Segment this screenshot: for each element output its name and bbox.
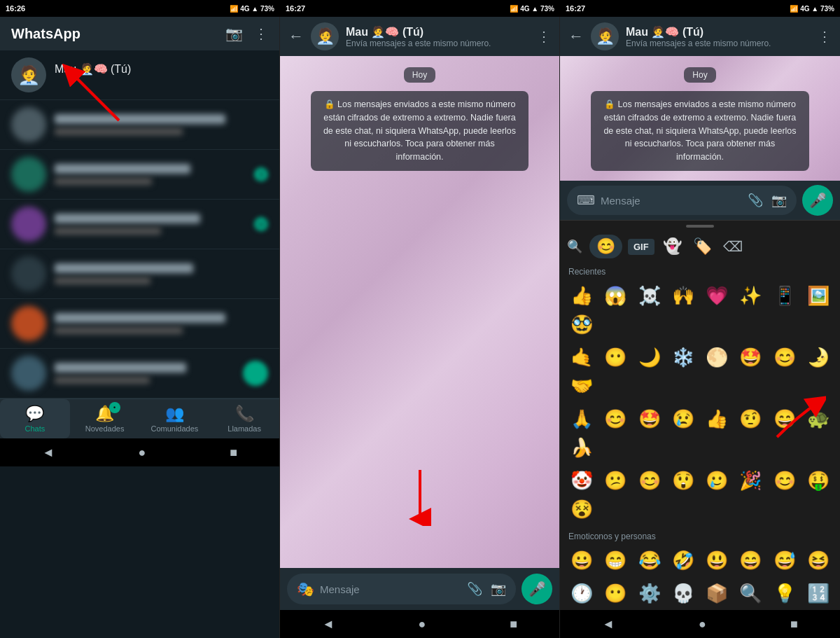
emoji-cell[interactable]: 🤡 (566, 467, 598, 494)
list-item[interactable]: 12 (0, 200, 279, 249)
video-icon[interactable]: ⋮ (537, 28, 551, 45)
home-btn-sys-m[interactable]: ● (419, 617, 426, 632)
emoji-grid-emoticonos-2: 🕐 😶 ⚙️ 💀 📦 🔍 💡 🔢 (560, 577, 840, 610)
camera-icon[interactable]: 📷 (225, 25, 243, 42)
middle-input-box[interactable]: 🎭 Mensaje 📎 📷 (287, 574, 516, 604)
keyboard-icon[interactable]: ⌨ (577, 193, 595, 208)
attach-icon-right[interactable]: 📎 (748, 193, 763, 208)
home-sys-btn[interactable]: ● (139, 445, 146, 460)
emoji-cell[interactable]: 🔢 (802, 580, 834, 607)
emoji-cell[interactable]: 😊 (634, 467, 666, 494)
emoji-cell[interactable]: 😃 (701, 547, 733, 574)
emoji-cell[interactable]: 👍 (701, 405, 733, 433)
back-btn-middle[interactable]: ← (288, 27, 304, 46)
emoji-cell[interactable]: 🌕 (701, 344, 733, 371)
sticker-tab[interactable]: 👻 (660, 235, 685, 258)
recientes-label: Recientes (560, 261, 840, 279)
emoji-cell[interactable]: 😁 (599, 547, 631, 574)
list-item[interactable] (0, 100, 279, 150)
back-btn-right[interactable]: ← (568, 27, 584, 46)
emoji-cell[interactable]: ☠️ (634, 282, 666, 310)
home-btn-sys-r[interactable]: ● (699, 617, 706, 632)
emoji-cell[interactable]: ✨ (734, 282, 766, 310)
mic-btn-middle[interactable]: 🎤 (522, 574, 552, 604)
emoji-cell[interactable]: 😶 (599, 580, 631, 607)
emoji-cell[interactable]: 😱 (599, 282, 631, 310)
menu-icon-right[interactable]: ⋮ (818, 28, 832, 45)
emoji-cell[interactable]: 🥲 (701, 467, 733, 494)
header-avatar-middle: 🧑‍💼 (311, 22, 339, 50)
emoji-cell[interactable]: 🙏 (566, 405, 598, 433)
emoji-cell[interactable]: 😄 (734, 547, 766, 574)
avatar (11, 306, 46, 341)
right-input-box[interactable]: ⌨ Mensaje 📎 📷 (567, 186, 797, 215)
nav-communities[interactable]: 👥 Comunidades (140, 399, 210, 438)
list-item[interactable] (0, 349, 279, 398)
icons-left: 📶 4G ▲ 73% (230, 5, 274, 13)
emoji-cell[interactable]: 🤨 (734, 405, 766, 433)
emoji-cell[interactable]: 💡 (769, 580, 801, 607)
delete-tab[interactable]: ⌫ (720, 235, 746, 258)
emoji-cell[interactable]: 💗 (701, 282, 733, 310)
emoji-cell[interactable]: 😆 (802, 547, 834, 574)
emoji-cell[interactable]: 🤑 (802, 467, 834, 494)
nav-chats[interactable]: 💬 Chats (0, 399, 70, 438)
emoji-cell[interactable]: 🎉 (734, 467, 766, 494)
camera-icon-right[interactable]: 📷 (771, 193, 787, 208)
back-btn-sys-m[interactable]: ◄ (322, 617, 335, 632)
emoji-cell[interactable]: ⚙️ (634, 580, 666, 607)
emoji-cell[interactable]: 😊 (769, 467, 801, 494)
gif-tab[interactable]: GIF (628, 239, 654, 255)
emoji-cell[interactable]: 🤣 (667, 547, 699, 574)
emoji-cell[interactable]: 😶 (599, 344, 631, 371)
emoji-cell[interactable]: 🌙 (634, 344, 666, 371)
emoji-cell[interactable]: 🔍 (734, 580, 766, 607)
badge: 12 (254, 217, 268, 231)
back-sys-btn[interactable]: ◄ (42, 445, 55, 460)
emoji-cell[interactable]: 💀 (667, 580, 699, 607)
emoji-face-tab[interactable]: 😊 (589, 235, 622, 258)
emoji-cell[interactable]: 🐢 (802, 405, 834, 433)
camera-icon-msg[interactable]: 📷 (491, 581, 506, 597)
emoji-cell[interactable]: 📱 (769, 282, 801, 310)
recents-btn-sys-m[interactable]: ■ (510, 617, 517, 632)
emoji-cell[interactable]: 🙌 (667, 282, 699, 310)
emoji-cell[interactable]: 😊 (769, 344, 801, 371)
back-btn-sys-r[interactable]: ◄ (602, 617, 615, 632)
emoji-cell[interactable]: 📦 (701, 580, 733, 607)
emoji-cell[interactable]: 😅 (769, 547, 801, 574)
mic-btn-right[interactable]: 🎤 (802, 185, 833, 216)
chats-icon: 💬 (25, 405, 44, 423)
recents-sys-btn[interactable]: ■ (230, 445, 237, 460)
emoji-cell[interactable]: ❄️ (667, 344, 699, 371)
list-item[interactable] (0, 249, 279, 299)
recents-btn-sys-r[interactable]: ■ (790, 617, 798, 632)
attach-icon[interactable]: 📎 (467, 581, 482, 597)
emoji-cell[interactable]: 😄 (769, 405, 801, 433)
emoji-cell[interactable]: 😀 (566, 547, 598, 574)
memo-tab[interactable]: 🏷️ (690, 235, 715, 258)
emoji-cell[interactable]: 😢 (667, 405, 699, 433)
emoji-picker-icon[interactable]: 🎭 (297, 581, 314, 597)
emoji-cell[interactable]: 🌛 (802, 344, 834, 371)
emoji-cell[interactable]: 🕐 (566, 580, 598, 607)
emoji-cell[interactable]: 🍌 (566, 434, 598, 462)
emoji-cell[interactable]: 😲 (667, 467, 699, 494)
list-item[interactable] (0, 299, 279, 349)
emoji-cell[interactable]: 🤩 (634, 405, 666, 433)
emoji-cell[interactable]: 🤩 (734, 344, 766, 371)
menu-icon[interactable]: ⋮ (254, 25, 268, 42)
nav-calls[interactable]: 📞 Llamadas (209, 399, 279, 438)
emoji-cell[interactable]: 😕 (599, 467, 631, 494)
emoji-cell[interactable]: 👍 (566, 282, 598, 310)
emoji-cell[interactable]: 🤙 (566, 344, 598, 371)
nav-news[interactable]: 🔔 Novedades • (70, 399, 140, 438)
emoji-cell[interactable]: 🤝 (566, 373, 598, 400)
emoji-cell[interactable]: 😂 (634, 547, 666, 574)
emoji-cell[interactable]: 😵 (566, 496, 598, 523)
chat-item-mau[interactable]: 🧑‍💼 Mau 🧑‍💼🧠 (Tú) (0, 50, 279, 100)
emoji-cell[interactable]: 🖼️ (802, 282, 834, 310)
emoji-cell[interactable]: 😊 (599, 405, 631, 433)
list-item[interactable]: 3 (0, 150, 279, 200)
emoji-cell[interactable]: 🥸 (566, 311, 598, 338)
